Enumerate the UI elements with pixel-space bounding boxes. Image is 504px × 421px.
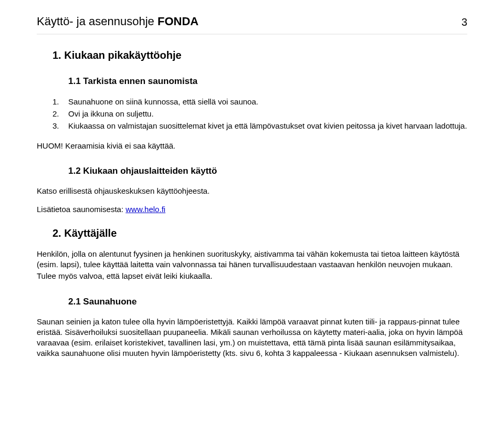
paragraph-more-info: Lisätietoa saunomisesta: www.helo.fi [37, 204, 467, 215]
check-list: 1. Saunahuone on siinä kunnossa, että si… [52, 96, 467, 131]
note-ceramic-stones: HUOM! Keraamisia kiviä ei saa käyttää. [37, 141, 467, 151]
link-helo[interactable]: www.helo.fi [125, 205, 165, 214]
list-item: 2. Ovi ja ikkuna on suljettu. [52, 108, 467, 119]
document-title: Käyttö- ja asennusohje FONDA [37, 15, 198, 28]
page-number: 3 [461, 16, 467, 28]
list-item-text: Saunahuone on siinä kunnossa, että siell… [68, 96, 258, 107]
list-item-text: Ovi ja ikkuna on suljettu. [68, 108, 154, 119]
heading-2-user: 2. Käyttäjälle [52, 227, 467, 239]
list-item: 1. Saunahuone on siinä kunnossa, että si… [52, 96, 467, 107]
more-info-prefix: Lisätietoa saunomisesta: [37, 205, 125, 214]
paragraph-saunaroom: Saunan seinien ja katon tulee olla hyvin… [37, 317, 467, 359]
heading-1-1-check: 1.1 Tarkista ennen saunomista [68, 76, 467, 87]
paragraph-controls-ref: Katso erillisestä ohjauskeskuksen käyttö… [37, 186, 467, 196]
list-item-number: 3. [52, 120, 62, 131]
list-item: 3. Kiukaassa on valmistajan suosittelema… [52, 120, 467, 131]
list-item-text: Kiukaassa on valmistajan suosittelemat k… [68, 120, 467, 131]
document-page: Käyttö- ja asennusohje FONDA 3 1. Kiukaa… [0, 0, 504, 421]
paragraph-user-safety: Henkilön, jolla on alentunut fyysinen ja… [37, 249, 467, 270]
list-item-number: 1. [52, 96, 62, 107]
list-item-number: 2. [52, 108, 62, 119]
heading-2-1-saunaroom: 2.1 Saunahuone [68, 297, 467, 307]
paragraph-children: Tulee myös valvoa, että lapset eivät lei… [37, 271, 467, 281]
heading-1-quickstart: 1. Kiukaan pikakäyttöohje [52, 49, 467, 61]
document-title-prefix: Käyttö- ja asennusohje [37, 15, 158, 28]
header-divider [37, 34, 467, 35]
document-header: Käyttö- ja asennusohje FONDA 3 [37, 0, 467, 33]
heading-1-2-controls: 1.2 Kiukaan ohjauslaitteiden käyttö [68, 166, 467, 176]
document-title-bold: FONDA [158, 15, 198, 28]
